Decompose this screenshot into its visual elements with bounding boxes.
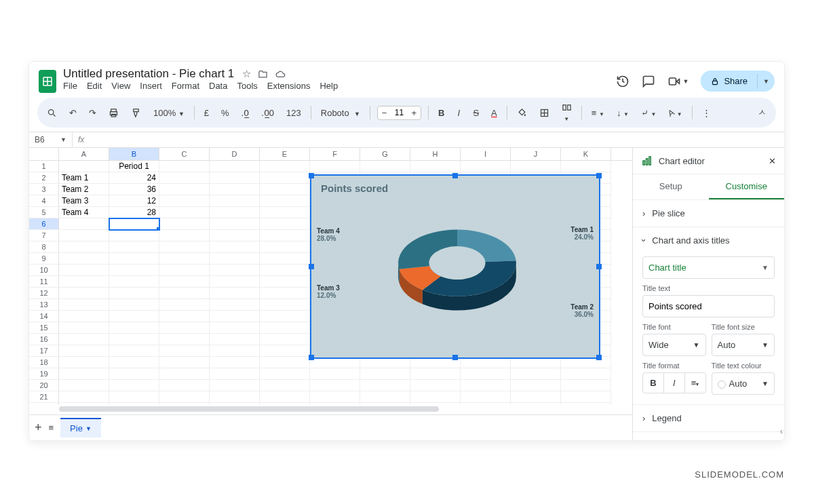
search-icon[interactable] (44, 106, 60, 120)
cell-A22[interactable] (59, 403, 109, 405)
text-color-button[interactable]: A (488, 106, 500, 120)
cell-G19[interactable] (360, 368, 410, 380)
cell-D6[interactable] (210, 218, 260, 230)
column-header-J[interactable]: J (511, 148, 561, 160)
cell-G22[interactable] (360, 403, 410, 405)
redo-button[interactable]: ↷ (86, 106, 99, 120)
cell-G21[interactable] (360, 391, 410, 403)
cell-D14[interactable] (210, 311, 260, 322)
cell-B16[interactable] (109, 334, 159, 345)
cell-A8[interactable] (59, 241, 109, 253)
sheet-tab-pie[interactable]: Pie ▼ (60, 418, 101, 438)
cell-A16[interactable] (59, 334, 109, 345)
cell-A19[interactable] (59, 368, 109, 380)
cell-E20[interactable] (260, 380, 310, 391)
menu-tools[interactable]: Tools (237, 81, 257, 91)
cell-E11[interactable] (260, 276, 310, 288)
cell-C7[interactable] (159, 230, 210, 241)
cell-I21[interactable] (461, 391, 511, 403)
column-header-H[interactable]: H (410, 148, 461, 160)
share-button[interactable]: Share (701, 71, 757, 92)
cell-A14[interactable] (59, 311, 109, 322)
cell-B8[interactable] (109, 241, 159, 253)
grid[interactable]: 1Period 12Team 1243Team 2364Team 3125Tea… (29, 161, 632, 405)
sidebar-collapse-icon[interactable]: ‹ (780, 427, 783, 436)
cell-G1[interactable] (360, 161, 410, 172)
cell-F1[interactable] (310, 161, 360, 172)
cell-H19[interactable] (410, 368, 461, 380)
column-header-A[interactable]: A (59, 148, 109, 160)
share-dropdown[interactable]: ▼ (757, 74, 775, 89)
cell-A9[interactable] (59, 253, 109, 265)
cell-D16[interactable] (210, 334, 260, 345)
more-formats-button[interactable]: 123 (284, 106, 304, 120)
cell-H1[interactable] (410, 161, 461, 172)
cell-B5[interactable]: 28 (109, 207, 159, 218)
section-chart-axis-titles[interactable]: › Chart and axis titles (633, 227, 784, 254)
cell-I22[interactable] (461, 403, 511, 405)
cell-E5[interactable] (260, 207, 310, 218)
row-header-9[interactable]: 9 (29, 253, 59, 265)
cell-E15[interactable] (260, 322, 310, 334)
font-size-plus[interactable]: + (407, 106, 421, 119)
cell-K1[interactable] (561, 161, 611, 172)
menu-format[interactable]: Format (172, 81, 199, 91)
cell-D17[interactable] (210, 345, 260, 357)
cell-B7[interactable] (109, 230, 159, 241)
row-header-2[interactable]: 2 (29, 172, 59, 184)
title-align-button[interactable]: ≡▾ (685, 373, 705, 393)
cell-B1[interactable]: Period 1 (109, 161, 159, 172)
cell-A5[interactable]: Team 4 (59, 207, 109, 218)
close-icon[interactable]: ✕ (769, 156, 776, 166)
cell-J21[interactable] (511, 391, 561, 403)
title-italic-button[interactable]: I (664, 373, 685, 393)
wrap-button[interactable]: ⤶ ▼ (638, 106, 659, 120)
column-header-I[interactable]: I (461, 148, 511, 160)
cell-D18[interactable] (210, 357, 260, 368)
cell-D15[interactable] (210, 322, 260, 334)
section-pie-slice[interactable]: › Pie slice (633, 200, 784, 227)
cell-E7[interactable] (260, 230, 310, 241)
strike-button[interactable]: S (470, 106, 482, 120)
cell-C19[interactable] (159, 368, 210, 380)
cell-C15[interactable] (159, 322, 210, 334)
cell-A17[interactable] (59, 345, 109, 357)
cell-E3[interactable] (260, 184, 310, 195)
menu-insert[interactable]: Insert (140, 81, 162, 91)
cell-H21[interactable] (410, 391, 461, 403)
cell-E16[interactable] (260, 334, 310, 345)
menu-extensions[interactable]: Extensions (267, 81, 311, 91)
row-header-18[interactable]: 18 (29, 357, 59, 368)
cell-B17[interactable] (109, 345, 159, 357)
column-header-G[interactable]: G (360, 148, 410, 160)
cell-K21[interactable] (561, 391, 611, 403)
select-all-corner[interactable] (29, 148, 59, 160)
title-type-select[interactable]: Chart title▼ (642, 256, 775, 279)
cell-B13[interactable] (109, 299, 159, 311)
cell-D12[interactable] (210, 288, 260, 299)
move-icon[interactable] (258, 69, 268, 79)
document-title[interactable]: Untitled presentation - Pie chart 1 (63, 67, 234, 81)
decrease-decimal-button[interactable]: .0̲ (239, 106, 252, 120)
cell-C2[interactable] (159, 172, 210, 184)
row-header-6[interactable]: 6 (29, 218, 59, 230)
row-header-22[interactable]: 22 (29, 403, 59, 405)
sheets-logo[interactable] (39, 70, 56, 93)
column-header-E[interactable]: E (260, 148, 310, 160)
cell-C17[interactable] (159, 345, 210, 357)
menu-file[interactable]: File (63, 81, 77, 91)
row-header-7[interactable]: 7 (29, 230, 59, 241)
percent-button[interactable]: % (218, 106, 232, 120)
rotate-button[interactable]: A ▼ (665, 106, 684, 120)
cell-C18[interactable] (159, 357, 210, 368)
cell-C12[interactable] (159, 288, 210, 299)
cell-A2[interactable]: Team 1 (59, 172, 109, 184)
cell-E18[interactable] (260, 357, 310, 368)
cell-B22[interactable] (109, 403, 159, 405)
column-header-D[interactable]: D (210, 148, 260, 160)
cell-F21[interactable] (310, 391, 360, 403)
title-bold-button[interactable]: B (643, 373, 664, 393)
cell-B2[interactable]: 24 (109, 172, 159, 184)
cell-K20[interactable] (561, 380, 611, 391)
cell-E8[interactable] (260, 241, 310, 253)
